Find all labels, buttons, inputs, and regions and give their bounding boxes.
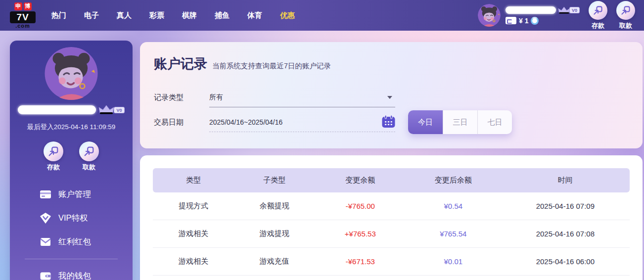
user-avatar[interactable] [478,4,501,27]
cell-change-amount: -¥765.00 [315,192,406,220]
sidebar-item-vip-privileges[interactable]: VIP特权 [10,206,133,230]
cell-type: 游戏相关 [153,220,234,248]
header-subtype: 子类型 [234,168,315,192]
nav-item-fishing[interactable]: 捕鱼 [215,11,230,20]
sidebar-item-account-management[interactable]: 账户管理 [10,183,133,206]
refresh-balance-icon[interactable] [531,17,539,25]
range-button-7days[interactable]: 七日 [477,110,512,134]
table-row: 游戏相关 游戏充值 -¥671.53 ¥0.01 2025-04-16 06:0… [153,248,630,276]
sidebar-item-my-wallet[interactable]: 我的钱包 [10,264,133,280]
cell-subtype: 余额提现 [234,192,315,220]
top-navbar: 申 博 7V .com 热门 电子 真人 彩票 棋牌 捕鱼 体育 优惠 V0 ¥… [0,0,644,31]
balance-amount: ¥ 1 [519,17,528,25]
nav-item-sports[interactable]: 体育 [247,11,262,20]
header-balance-after: 变更后余额 [406,168,501,192]
cell-change-amount: -¥671.53 [315,248,406,276]
cell-time: 2025-04-16 07:09 [501,192,630,220]
cell-time: 2025-04-16 07:08 [501,220,630,248]
red-envelope-icon [40,236,51,248]
sidebar-divider [25,259,118,259]
sidebar-withdraw-button[interactable]: 取款 [79,141,99,172]
header-change-amount: 变更余额 [315,168,406,192]
table-row: 游戏相关 游戏提现 +¥765.53 ¥765.54 2025-04-16 07… [153,220,630,248]
cell-time: 2025-04-16 06:00 [501,248,630,276]
logo-badge-shen: 申 [14,2,22,10]
cell-change-amount: +¥765.53 [315,220,406,248]
records-table: 类型 子类型 变更余额 变更后余额 时间 提现方式 余额提现 -¥765.00 … [153,168,630,276]
account-records-panel: 账户记录 当前系统支持查询最近7日的账户记录 记录类型 所有 交易日期 2025… [140,42,643,148]
sidebar-deposit-button[interactable]: 存款 [44,141,63,172]
logo-suffix-text: .com [10,23,36,29]
table-row: 提现方式 余额提现 -¥765.00 ¥0.54 2025-04-16 07:0… [153,192,630,220]
cell-subtype: 游戏充值 [234,248,315,276]
withdraw-icon [616,1,635,20]
cell-type: 游戏相关 [153,248,234,276]
deposit-icon [589,1,607,20]
sidebar-item-bonus-redpacket[interactable]: 红利红包 [10,230,133,254]
range-button-today[interactable]: 今日 [408,110,443,134]
chevron-down-icon [387,96,392,99]
date-range-input[interactable]: 2025/04/16~2025/04/16 [209,112,395,132]
cell-type: 提现方式 [153,192,234,220]
record-type-label: 记录类型 [154,93,209,102]
cell-balance-after: ¥765.54 [406,220,501,248]
withdraw-icon [79,141,99,161]
wallet-chip-icon [506,17,516,24]
main-content: 账户记录 当前系统支持查询最近7日的账户记录 记录类型 所有 交易日期 2025… [140,42,643,280]
nav-item-hot[interactable]: 热门 [51,11,66,20]
header-time: 时间 [501,168,630,192]
records-table-panel: 类型 子类型 变更余额 变更后余额 时间 提现方式 余额提现 -¥765.00 … [140,155,643,280]
navbar-user-area: V0 ¥ 1 存款 取款 [478,0,635,31]
vip-level-badge: V0 [114,107,124,113]
nav-item-boardgames[interactable]: 棋牌 [182,11,197,20]
calendar-icon[interactable] [382,115,395,128]
deposit-button[interactable]: 存款 [589,1,607,30]
date-range-value: 2025/04/16~2025/04/16 [209,118,282,126]
site-logo[interactable]: 申 博 7V .com [10,2,36,29]
nav-item-live[interactable]: 真人 [117,11,132,20]
nav-item-lottery[interactable]: 彩票 [149,11,164,20]
record-type-select[interactable]: 所有 [209,88,395,107]
table-header-row: 类型 子类型 变更余额 变更后余额 时间 [153,168,630,192]
vip-level-badge: V0 [569,7,580,13]
range-button-3days[interactable]: 三日 [443,110,477,134]
username-masked [18,105,96,114]
withdraw-button[interactable]: 取款 [616,1,635,30]
vip-crown-icon [98,105,114,115]
logo-main-text: 7V [10,11,36,23]
nav-item-slots[interactable]: 电子 [84,11,99,20]
vip-badge-icon [40,212,51,224]
vip-crown-icon [558,6,570,14]
cell-balance-after: ¥0.54 [406,192,501,220]
header-type: 类型 [153,168,234,192]
record-type-value: 所有 [209,93,223,102]
account-sidebar: V0 最后登入2025-04-16 11:09:59 存款 取款 账户管理 [10,41,133,280]
deposit-icon [44,141,63,161]
main-nav-menu: 热门 电子 真人 彩票 棋牌 捕鱼 体育 优惠 [51,11,295,20]
cell-subtype: 游戏提现 [234,220,315,248]
date-range-button-group: 今日 三日 七日 [408,110,512,134]
date-range-label: 交易日期 [154,118,209,127]
page-title: 账户记录 [154,55,207,73]
page-subtitle: 当前系统支持查询最近7日的账户记录 [212,61,331,71]
cell-balance-after: ¥0.01 [406,248,501,276]
wallet-icon [40,270,51,280]
sidebar-avatar [44,47,99,100]
logo-badge-bo: 博 [24,2,32,10]
last-login-text: 最后登入2025-04-16 11:09:59 [27,123,115,132]
bank-card-icon [40,188,51,200]
nav-item-promotions[interactable]: 优惠 [280,11,295,20]
username-masked [506,6,556,14]
